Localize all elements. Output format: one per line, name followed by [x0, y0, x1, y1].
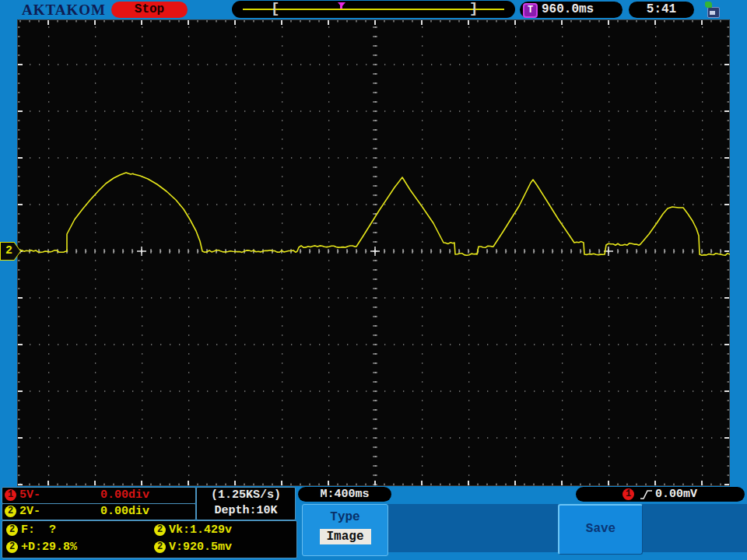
sample-rate: (1.25KS/s)	[197, 488, 295, 503]
oscilloscope-ui: AKTAKOM Stop [ ] T 960.0ms 5:41 2 1 5V- …	[0, 0, 747, 560]
menu-item-type-label: Type	[303, 510, 388, 524]
measurement-voltage: 2V:920.5mv	[154, 540, 232, 555]
trigger-t-icon: T	[523, 3, 538, 18]
usb-storage-icon-arrow	[705, 2, 712, 8]
usb-storage-icon	[703, 1, 720, 18]
measurements-box: 2F: ? 2Vk:1.429v 2+D:29.8% 2V:920.5mv	[2, 520, 297, 558]
window-end-bracket: ]	[469, 0, 478, 17]
record-length-line	[243, 9, 504, 10]
measurement-vk: 2Vk:1.429v	[154, 523, 232, 538]
save-button[interactable]: Save	[558, 504, 643, 555]
clock: 5:41	[629, 2, 694, 18]
trigger-time-value: 960.0ms	[542, 2, 594, 18]
measurement-duty: 2+D:29.8%	[6, 540, 77, 555]
trigger-level-value: 0.00mV	[655, 487, 697, 502]
channel2-scale: 2V-	[19, 505, 40, 519]
menu-item-type-selected-value[interactable]: Image	[320, 529, 371, 544]
window-start-bracket: [	[271, 0, 279, 17]
channel1-badge: 1	[5, 489, 16, 501]
brand-logo: AKTAKOM	[22, 2, 106, 19]
trigger-position-icon-stem	[340, 5, 342, 9]
measurement-frequency: 2F: ?	[6, 523, 56, 538]
channel2-offset: 0.00div	[100, 505, 149, 519]
record-position-scrollbar[interactable]: [ ]	[232, 1, 515, 18]
trigger-time-readout: T 960.0ms	[520, 2, 622, 18]
rising-edge-icon	[640, 489, 653, 500]
menu-item-type[interactable]: Type Image	[302, 504, 388, 556]
channel1-scale: 5V-	[19, 488, 40, 502]
record-depth: Depth:10K	[197, 503, 295, 519]
trigger-source-badge: 1	[622, 488, 634, 500]
timebase-readout: M:400ms	[298, 487, 391, 502]
channel2-badge: 2	[5, 506, 16, 517]
acquisition-info-box: (1.25KS/s) Depth:10K	[196, 487, 296, 520]
usb-storage-icon-label	[710, 11, 715, 15]
channel2-info-box: 2 2V- 0.00div	[2, 503, 196, 520]
acquisition-status-badge: Stop	[111, 2, 188, 18]
graticule-and-trace	[17, 19, 730, 486]
channel1-info-box: 1 5V- 0.00div	[2, 487, 196, 504]
trigger-level-readout: 1 0.00mV	[576, 487, 745, 502]
channel1-offset: 0.00div	[100, 488, 149, 502]
waveform-display	[17, 19, 730, 486]
